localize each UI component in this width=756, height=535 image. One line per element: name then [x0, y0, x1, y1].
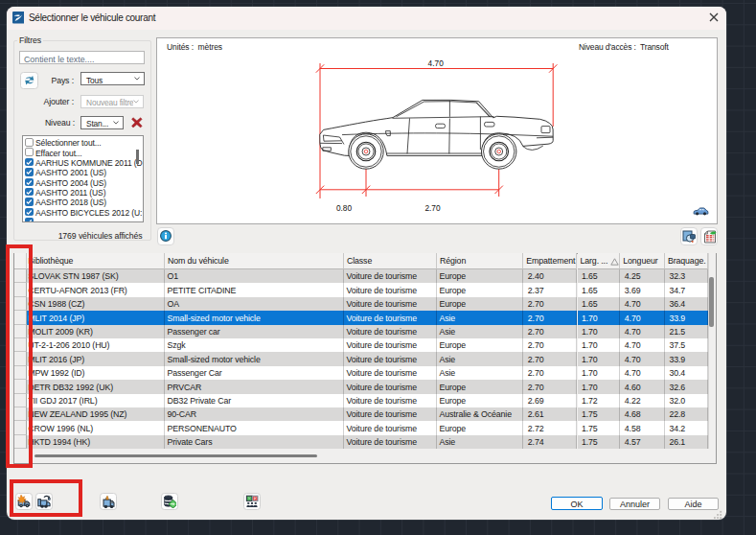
- svg-text:0.80: 0.80: [336, 203, 353, 213]
- svg-text:4.70: 4.70: [428, 58, 445, 68]
- svg-text:2.70: 2.70: [424, 203, 441, 213]
